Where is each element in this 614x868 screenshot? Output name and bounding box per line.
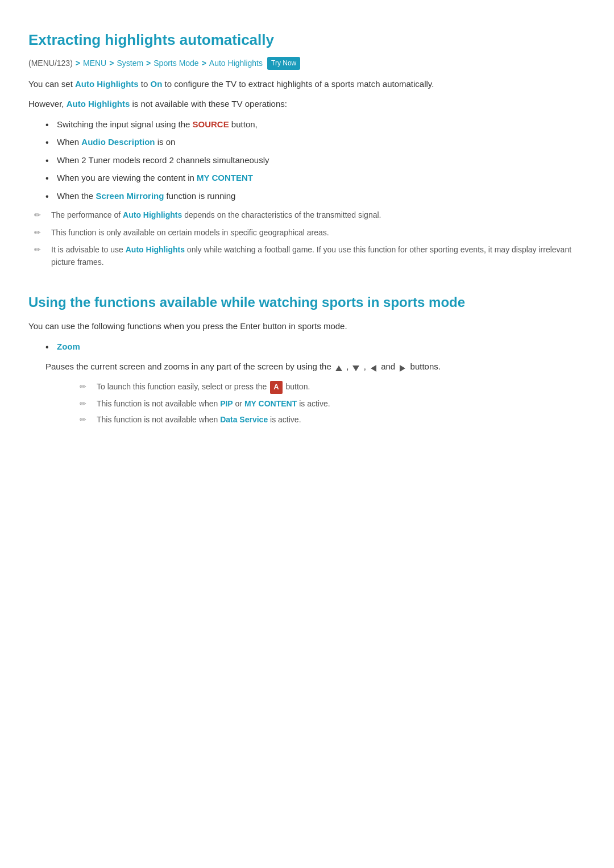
- breadcrumb-sep1: >: [76, 57, 80, 69]
- zoom-item: Zoom: [45, 339, 586, 354]
- breadcrumb-sep3: >: [146, 57, 151, 69]
- breadcrumb-auto-highlights[interactable]: Auto Highlights: [209, 57, 263, 69]
- arrow-down-icon: [352, 360, 360, 375]
- zoom-notes: To launch this function easily, select o…: [80, 380, 586, 426]
- bullet-list: Switching the input signal using the SOU…: [45, 117, 586, 203]
- zoom-note-1: To launch this function easily, select o…: [80, 380, 586, 394]
- note-3: It is advisable to use Auto Highlights o…: [34, 243, 586, 269]
- section-2-title: Using the functions available while watc…: [28, 292, 586, 313]
- zoom-label[interactable]: Zoom: [57, 342, 80, 351]
- breadcrumb-sep4: >: [202, 57, 206, 69]
- zoom-note-2: This function is not available when PIP …: [80, 397, 586, 410]
- section1-para2: However, Auto Highlights is not availabl…: [28, 97, 586, 111]
- arrow-right-icon: [399, 360, 406, 375]
- arrow-up-icon: [335, 360, 343, 375]
- svg-marker-1: [352, 366, 359, 371]
- zoom-desc-text: Pauses the current screen and zooms in a…: [45, 359, 586, 375]
- zoom-note-3: This function is not available when Data…: [80, 413, 586, 426]
- bullet-item-5: When the Screen Mirroring function is ru…: [45, 189, 586, 203]
- note-1: The performance of Auto Highlights depen…: [34, 209, 586, 221]
- section2-para1: You can use the following functions when…: [28, 319, 586, 334]
- section-1: Extracting highlights automatically (MEN…: [28, 28, 586, 269]
- svg-marker-3: [400, 365, 405, 372]
- bullet-item-2: When Audio Description is on: [45, 135, 586, 149]
- section1-para1: You can set Auto Highlights to On to con…: [28, 77, 586, 92]
- section1-notes: The performance of Auto Highlights depen…: [34, 209, 586, 269]
- section-2: Using the functions available while watc…: [28, 292, 586, 426]
- breadcrumb-menu[interactable]: MENU: [83, 57, 106, 69]
- bullet-item-3: When 2 Tuner models record 2 channels si…: [45, 153, 586, 168]
- section2-bullet-list: Zoom: [45, 339, 586, 354]
- arrow-left-icon: [370, 360, 377, 375]
- breadcrumb-menu123: (MENU/123): [28, 57, 73, 69]
- section-1-title: Extracting highlights automatically: [28, 28, 586, 52]
- breadcrumb-system[interactable]: System: [117, 57, 143, 69]
- bullet-item-1: Switching the input signal using the SOU…: [45, 117, 586, 132]
- a-button: A: [270, 381, 282, 394]
- note-2: This function is only available on certa…: [34, 226, 586, 239]
- svg-marker-2: [371, 365, 376, 372]
- bullet-item-4: When you are viewing the content in MY C…: [45, 171, 586, 185]
- breadcrumb-sports-mode[interactable]: Sports Mode: [154, 57, 198, 69]
- svg-marker-0: [335, 366, 342, 371]
- breadcrumb-sep2: >: [109, 57, 114, 69]
- zoom-description: Pauses the current screen and zooms in a…: [45, 359, 586, 426]
- try-now-badge[interactable]: Try Now: [267, 57, 300, 70]
- breadcrumb: (MENU/123) > MENU > System > Sports Mode…: [28, 57, 586, 70]
